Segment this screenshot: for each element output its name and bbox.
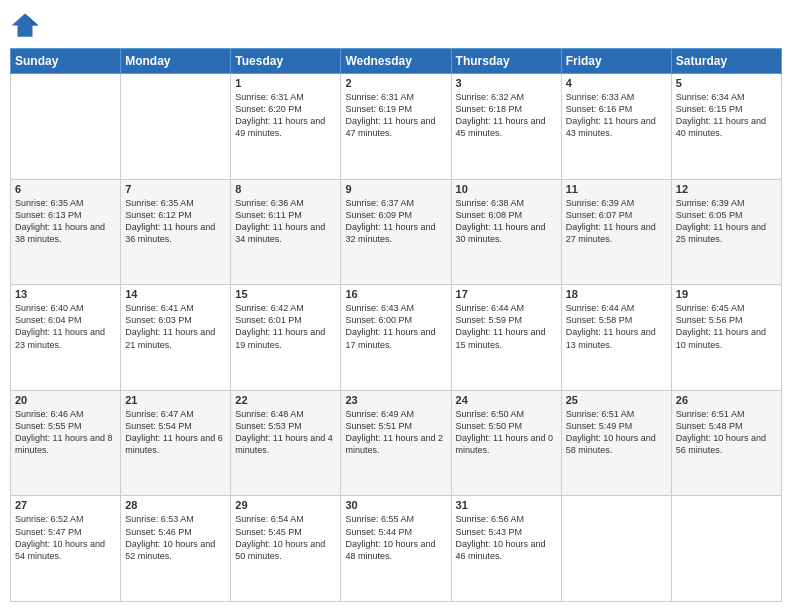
header xyxy=(10,10,782,40)
day-cell xyxy=(561,496,671,602)
week-row-5: 27Sunrise: 6:52 AMSunset: 5:47 PMDayligh… xyxy=(11,496,782,602)
day-cell: 5Sunrise: 6:34 AMSunset: 6:15 PMDaylight… xyxy=(671,74,781,180)
day-number: 18 xyxy=(566,288,667,300)
day-number: 31 xyxy=(456,499,557,511)
week-row-4: 20Sunrise: 6:46 AMSunset: 5:55 PMDayligh… xyxy=(11,390,782,496)
day-cell: 14Sunrise: 6:41 AMSunset: 6:03 PMDayligh… xyxy=(121,285,231,391)
header-tuesday: Tuesday xyxy=(231,49,341,74)
day-number: 12 xyxy=(676,183,777,195)
day-number: 15 xyxy=(235,288,336,300)
day-number: 8 xyxy=(235,183,336,195)
day-number: 22 xyxy=(235,394,336,406)
day-number: 27 xyxy=(15,499,116,511)
day-info: Sunrise: 6:50 AMSunset: 5:50 PMDaylight:… xyxy=(456,408,557,457)
day-number: 6 xyxy=(15,183,116,195)
week-row-3: 13Sunrise: 6:40 AMSunset: 6:04 PMDayligh… xyxy=(11,285,782,391)
week-row-1: 1Sunrise: 6:31 AMSunset: 6:20 PMDaylight… xyxy=(11,74,782,180)
day-info: Sunrise: 6:54 AMSunset: 5:45 PMDaylight:… xyxy=(235,513,336,562)
day-info: Sunrise: 6:55 AMSunset: 5:44 PMDaylight:… xyxy=(345,513,446,562)
header-monday: Monday xyxy=(121,49,231,74)
day-cell: 15Sunrise: 6:42 AMSunset: 6:01 PMDayligh… xyxy=(231,285,341,391)
day-info: Sunrise: 6:56 AMSunset: 5:43 PMDaylight:… xyxy=(456,513,557,562)
day-info: Sunrise: 6:37 AMSunset: 6:09 PMDaylight:… xyxy=(345,197,446,246)
day-cell: 23Sunrise: 6:49 AMSunset: 5:51 PMDayligh… xyxy=(341,390,451,496)
day-info: Sunrise: 6:49 AMSunset: 5:51 PMDaylight:… xyxy=(345,408,446,457)
day-cell: 4Sunrise: 6:33 AMSunset: 6:16 PMDaylight… xyxy=(561,74,671,180)
logo-icon xyxy=(10,10,40,40)
day-info: Sunrise: 6:32 AMSunset: 6:18 PMDaylight:… xyxy=(456,91,557,140)
day-number: 24 xyxy=(456,394,557,406)
calendar-table: SundayMondayTuesdayWednesdayThursdayFrid… xyxy=(10,48,782,602)
day-cell: 6Sunrise: 6:35 AMSunset: 6:13 PMDaylight… xyxy=(11,179,121,285)
day-number: 17 xyxy=(456,288,557,300)
logo xyxy=(10,10,44,40)
header-thursday: Thursday xyxy=(451,49,561,74)
day-cell: 31Sunrise: 6:56 AMSunset: 5:43 PMDayligh… xyxy=(451,496,561,602)
day-cell: 30Sunrise: 6:55 AMSunset: 5:44 PMDayligh… xyxy=(341,496,451,602)
calendar-page: SundayMondayTuesdayWednesdayThursdayFrid… xyxy=(0,0,792,612)
day-cell: 16Sunrise: 6:43 AMSunset: 6:00 PMDayligh… xyxy=(341,285,451,391)
day-number: 10 xyxy=(456,183,557,195)
day-info: Sunrise: 6:51 AMSunset: 5:49 PMDaylight:… xyxy=(566,408,667,457)
day-number: 4 xyxy=(566,77,667,89)
day-cell: 26Sunrise: 6:51 AMSunset: 5:48 PMDayligh… xyxy=(671,390,781,496)
day-cell: 19Sunrise: 6:45 AMSunset: 5:56 PMDayligh… xyxy=(671,285,781,391)
day-number: 21 xyxy=(125,394,226,406)
header-saturday: Saturday xyxy=(671,49,781,74)
day-number: 29 xyxy=(235,499,336,511)
header-friday: Friday xyxy=(561,49,671,74)
day-number: 23 xyxy=(345,394,446,406)
day-cell: 17Sunrise: 6:44 AMSunset: 5:59 PMDayligh… xyxy=(451,285,561,391)
day-info: Sunrise: 6:40 AMSunset: 6:04 PMDaylight:… xyxy=(15,302,116,351)
day-cell: 9Sunrise: 6:37 AMSunset: 6:09 PMDaylight… xyxy=(341,179,451,285)
day-cell: 20Sunrise: 6:46 AMSunset: 5:55 PMDayligh… xyxy=(11,390,121,496)
day-number: 5 xyxy=(676,77,777,89)
day-info: Sunrise: 6:38 AMSunset: 6:08 PMDaylight:… xyxy=(456,197,557,246)
day-info: Sunrise: 6:35 AMSunset: 6:13 PMDaylight:… xyxy=(15,197,116,246)
day-cell: 22Sunrise: 6:48 AMSunset: 5:53 PMDayligh… xyxy=(231,390,341,496)
day-number: 3 xyxy=(456,77,557,89)
day-number: 19 xyxy=(676,288,777,300)
day-number: 9 xyxy=(345,183,446,195)
calendar-header-row: SundayMondayTuesdayWednesdayThursdayFrid… xyxy=(11,49,782,74)
day-cell: 2Sunrise: 6:31 AMSunset: 6:19 PMDaylight… xyxy=(341,74,451,180)
header-wednesday: Wednesday xyxy=(341,49,451,74)
day-cell: 8Sunrise: 6:36 AMSunset: 6:11 PMDaylight… xyxy=(231,179,341,285)
day-info: Sunrise: 6:41 AMSunset: 6:03 PMDaylight:… xyxy=(125,302,226,351)
day-info: Sunrise: 6:44 AMSunset: 5:58 PMDaylight:… xyxy=(566,302,667,351)
day-info: Sunrise: 6:44 AMSunset: 5:59 PMDaylight:… xyxy=(456,302,557,351)
week-row-2: 6Sunrise: 6:35 AMSunset: 6:13 PMDaylight… xyxy=(11,179,782,285)
day-number: 28 xyxy=(125,499,226,511)
day-number: 30 xyxy=(345,499,446,511)
day-cell: 3Sunrise: 6:32 AMSunset: 6:18 PMDaylight… xyxy=(451,74,561,180)
day-number: 13 xyxy=(15,288,116,300)
day-cell: 10Sunrise: 6:38 AMSunset: 6:08 PMDayligh… xyxy=(451,179,561,285)
day-cell xyxy=(11,74,121,180)
day-info: Sunrise: 6:42 AMSunset: 6:01 PMDaylight:… xyxy=(235,302,336,351)
day-info: Sunrise: 6:39 AMSunset: 6:05 PMDaylight:… xyxy=(676,197,777,246)
day-info: Sunrise: 6:48 AMSunset: 5:53 PMDaylight:… xyxy=(235,408,336,457)
day-info: Sunrise: 6:45 AMSunset: 5:56 PMDaylight:… xyxy=(676,302,777,351)
day-number: 26 xyxy=(676,394,777,406)
day-info: Sunrise: 6:43 AMSunset: 6:00 PMDaylight:… xyxy=(345,302,446,351)
day-info: Sunrise: 6:36 AMSunset: 6:11 PMDaylight:… xyxy=(235,197,336,246)
day-info: Sunrise: 6:34 AMSunset: 6:15 PMDaylight:… xyxy=(676,91,777,140)
day-cell: 7Sunrise: 6:35 AMSunset: 6:12 PMDaylight… xyxy=(121,179,231,285)
day-info: Sunrise: 6:39 AMSunset: 6:07 PMDaylight:… xyxy=(566,197,667,246)
day-cell: 1Sunrise: 6:31 AMSunset: 6:20 PMDaylight… xyxy=(231,74,341,180)
day-number: 20 xyxy=(15,394,116,406)
day-cell: 25Sunrise: 6:51 AMSunset: 5:49 PMDayligh… xyxy=(561,390,671,496)
day-number: 11 xyxy=(566,183,667,195)
day-cell xyxy=(671,496,781,602)
day-info: Sunrise: 6:31 AMSunset: 6:20 PMDaylight:… xyxy=(235,91,336,140)
day-number: 14 xyxy=(125,288,226,300)
day-cell xyxy=(121,74,231,180)
day-cell: 24Sunrise: 6:50 AMSunset: 5:50 PMDayligh… xyxy=(451,390,561,496)
day-info: Sunrise: 6:33 AMSunset: 6:16 PMDaylight:… xyxy=(566,91,667,140)
day-cell: 21Sunrise: 6:47 AMSunset: 5:54 PMDayligh… xyxy=(121,390,231,496)
header-sunday: Sunday xyxy=(11,49,121,74)
day-cell: 13Sunrise: 6:40 AMSunset: 6:04 PMDayligh… xyxy=(11,285,121,391)
day-info: Sunrise: 6:53 AMSunset: 5:46 PMDaylight:… xyxy=(125,513,226,562)
day-cell: 12Sunrise: 6:39 AMSunset: 6:05 PMDayligh… xyxy=(671,179,781,285)
day-number: 1 xyxy=(235,77,336,89)
